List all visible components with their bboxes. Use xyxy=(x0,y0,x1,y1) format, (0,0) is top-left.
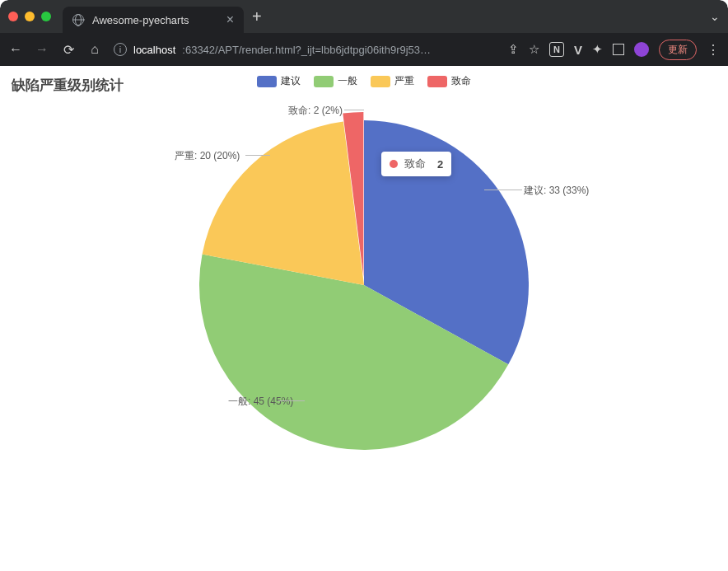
legend-item-fatal[interactable]: 致命 xyxy=(427,74,471,88)
forward-button[interactable]: → xyxy=(35,42,49,57)
leader-line xyxy=(245,155,270,156)
legend-swatch-icon xyxy=(427,76,447,87)
window-traffic-lights xyxy=(8,12,51,21)
slice-label-fatal: 致命: 2 (2%) xyxy=(288,104,343,118)
toolbar-right: ⇪ ☆ N V ✦ 更新 ⋮ xyxy=(508,40,720,60)
site-info-icon[interactable]: i xyxy=(114,43,127,56)
browser-tab[interactable]: Awesome-pyecharts × xyxy=(63,7,244,33)
new-tab-button[interactable]: + xyxy=(252,8,262,25)
kebab-menu-icon[interactable]: ⋮ xyxy=(707,42,720,58)
tab-close-icon[interactable]: × xyxy=(226,13,234,26)
chart-title: 缺陷严重级别统计 xyxy=(12,76,124,95)
slice-label-suggestion: 建议: 33 (33%) xyxy=(524,184,589,198)
vue-extension-icon[interactable]: V xyxy=(574,43,582,57)
maximize-window-icon[interactable] xyxy=(41,12,51,21)
legend-item-serious[interactable]: 严重 xyxy=(371,74,414,88)
chart-tooltip: 致命 2 xyxy=(381,152,451,176)
reload-button[interactable]: ⟳ xyxy=(61,42,76,58)
legend-item-general[interactable]: 一般 xyxy=(314,74,357,88)
chart-legend: 建议 一般 严重 致命 xyxy=(257,74,471,88)
legend-item-suggestion[interactable]: 建议 xyxy=(257,74,301,88)
side-panel-icon[interactable] xyxy=(613,44,624,55)
globe-icon xyxy=(72,14,84,26)
legend-swatch-icon xyxy=(371,76,390,87)
legend-label: 一般 xyxy=(338,74,357,88)
legend-swatch-icon xyxy=(257,76,277,87)
address-path: :63342/APT/render.html?_ijt=lbb6jdtpgi06… xyxy=(182,44,431,56)
tooltip-dot-icon xyxy=(390,160,398,168)
address-bar-row: ← → ⟳ ⌂ i localhost :63342/APT/render.ht… xyxy=(0,33,728,66)
profile-avatar-icon[interactable] xyxy=(634,42,649,57)
minimize-window-icon[interactable] xyxy=(25,12,35,21)
leader-line xyxy=(344,110,364,110)
tooltip-value: 2 xyxy=(437,158,443,171)
legend-label: 建议 xyxy=(281,74,301,88)
bookmark-star-icon[interactable]: ☆ xyxy=(529,42,539,57)
slice-label-general: 一般: 45 (45%) xyxy=(228,395,293,409)
slice-label-serious: 严重: 20 (20%) xyxy=(175,149,240,163)
notion-extension-icon[interactable]: N xyxy=(549,42,564,57)
update-button[interactable]: 更新 xyxy=(659,40,697,60)
legend-label: 致命 xyxy=(451,74,471,88)
extensions-puzzle-icon[interactable]: ✦ xyxy=(592,42,603,57)
leader-line xyxy=(278,400,305,401)
tab-title: Awesome-pyecharts xyxy=(92,14,189,26)
back-button[interactable]: ← xyxy=(8,42,23,57)
address-host: localhost xyxy=(133,44,175,56)
address-bar[interactable]: i localhost :63342/APT/render.html?_ijt=… xyxy=(114,43,497,56)
legend-swatch-icon xyxy=(314,76,334,87)
browser-chrome: Awesome-pyecharts × + ⌄ ← → ⟳ ⌂ i localh… xyxy=(0,0,728,66)
share-icon[interactable]: ⇪ xyxy=(508,42,519,57)
home-button[interactable]: ⌂ xyxy=(87,42,102,57)
window-dropdown-icon[interactable]: ⌄ xyxy=(710,10,720,23)
tab-bar: Awesome-pyecharts × + ⌄ xyxy=(0,0,728,33)
tooltip-series-name: 致命 xyxy=(404,157,426,171)
leader-line xyxy=(484,190,522,190)
page-content: 缺陷严重级别统计 建议 一般 严重 致命 建议: 33 (33%) 一般: 45… xyxy=(0,66,728,571)
close-window-icon[interactable] xyxy=(8,12,18,21)
legend-label: 严重 xyxy=(394,74,414,88)
